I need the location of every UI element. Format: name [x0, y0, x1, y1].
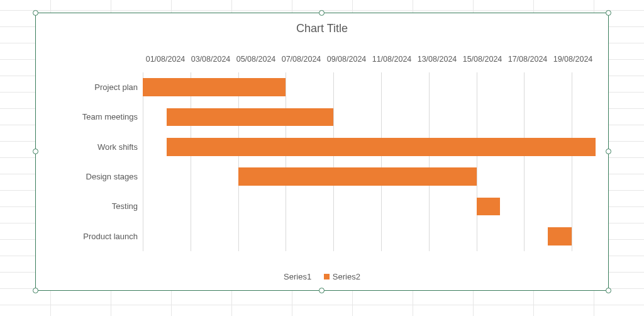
resize-handle-nw[interactable]: [33, 10, 38, 16]
gantt-bar[interactable]: [167, 108, 333, 126]
x-tick-label: 11/08/2024: [369, 51, 414, 72]
gantt-bar[interactable]: [167, 138, 596, 155]
task-row: [143, 102, 596, 132]
resize-handle-ne[interactable]: [606, 10, 611, 16]
bars-region: [143, 72, 596, 251]
y-category-label: Product launch: [74, 222, 143, 251]
x-tick-label: 03/08/2024: [188, 51, 233, 72]
gantt-bar[interactable]: [548, 227, 572, 245]
y-category-label: Work shifts: [74, 132, 143, 162]
resize-handle-n[interactable]: [319, 10, 325, 16]
chart-object-frame[interactable]: Chart Title Project planTeam meetingsWor…: [35, 13, 609, 291]
task-row: [143, 222, 596, 251]
x-tick-label: 05/08/2024: [233, 51, 279, 72]
legend-label-series1: Series1: [284, 272, 311, 281]
x-tick-label: 17/08/2024: [505, 51, 550, 72]
y-category-label: Team meetings: [74, 102, 143, 132]
x-axis-labels: 01/08/202403/08/202405/08/202407/08/2024…: [143, 51, 596, 72]
x-tick-label: 09/08/2024: [324, 51, 369, 72]
x-tick-label: 15/08/2024: [460, 51, 505, 72]
bars-host: [143, 72, 596, 251]
y-axis-labels: Project planTeam meetingsWork shiftsDesi…: [74, 51, 143, 251]
y-category-label: Testing: [74, 191, 143, 221]
legend-item-series1[interactable]: Series1: [284, 272, 311, 281]
plot-area[interactable]: 01/08/202403/08/202405/08/202407/08/2024…: [143, 51, 596, 251]
x-tick-label: 01/08/2024: [143, 51, 188, 72]
gantt-bar[interactable]: [477, 198, 501, 215]
task-row: [143, 162, 596, 191]
resize-handle-s[interactable]: [319, 288, 325, 293]
gantt-bar[interactable]: [143, 78, 286, 96]
task-row: [143, 72, 596, 102]
y-category-label: Design stages: [74, 162, 143, 191]
chart-legend[interactable]: Series1 Series2: [36, 272, 608, 281]
legend-label-series2: Series2: [333, 272, 360, 281]
resize-handle-e[interactable]: [606, 149, 611, 154]
x-tick-label: 13/08/2024: [414, 51, 460, 72]
chart-title[interactable]: Chart Title: [36, 13, 608, 46]
gantt-bar[interactable]: [238, 167, 477, 185]
y-category-label: Project plan: [74, 72, 143, 102]
resize-handle-se[interactable]: [606, 288, 611, 293]
legend-item-series2[interactable]: Series2: [324, 272, 360, 281]
task-row: [143, 191, 596, 221]
x-tick-label: 07/08/2024: [279, 51, 324, 72]
resize-handle-w[interactable]: [33, 149, 38, 154]
x-tick-label: 19/08/2024: [550, 51, 596, 72]
resize-handle-sw[interactable]: [33, 288, 38, 293]
legend-swatch-series2: [324, 274, 330, 279]
plot-wrap: Project planTeam meetingsWork shiftsDesi…: [74, 51, 596, 251]
task-row: [143, 132, 596, 162]
